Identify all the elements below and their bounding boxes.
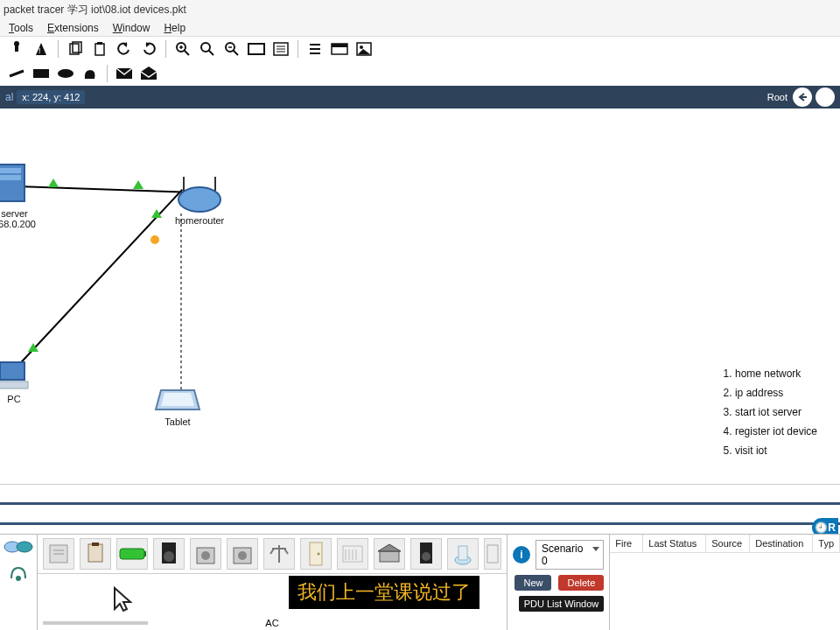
palette-item[interactable] — [190, 538, 221, 570]
note-item: 1. home network — [724, 364, 817, 383]
svg-marker-31 — [358, 49, 370, 54]
note-item: 2. ip address — [724, 383, 817, 402]
svg-rect-68 — [310, 542, 322, 565]
col-source[interactable]: Source — [706, 535, 750, 553]
svg-point-34 — [58, 69, 74, 78]
palette-item[interactable] — [43, 538, 74, 570]
pdu-list-button[interactable]: PDU List Window — [519, 596, 605, 612]
svg-text:!: ! — [38, 46, 41, 55]
menu-window[interactable]: Window — [113, 22, 150, 34]
col-last-status[interactable]: Last Status — [643, 535, 706, 553]
draw-toolbar — [0, 61, 840, 86]
palette-selected-label: AC — [265, 618, 278, 628]
svg-rect-56 — [120, 549, 144, 559]
redo-icon[interactable] — [139, 39, 158, 59]
palette-item[interactable] — [227, 538, 258, 570]
svg-point-1 — [14, 41, 19, 46]
device-pc[interactable]: PC — [0, 359, 33, 404]
image-icon[interactable] — [354, 39, 374, 59]
svg-marker-76 — [378, 544, 401, 551]
router-name: homerouter — [175, 215, 224, 226]
pdu-table: Fire Last Status Source Destination Typ — [609, 535, 840, 630]
tablet-name: Tablet — [154, 416, 201, 427]
svg-rect-45 — [0, 382, 28, 388]
palette-item[interactable] — [447, 538, 479, 570]
note-item: 4. register iot device — [724, 422, 817, 441]
envelope-open-icon[interactable] — [139, 64, 158, 83]
palette-item[interactable] — [337, 538, 368, 570]
title-bar: packet tracer 学习 iot\08.iot devices.pkt — [0, 0, 840, 19]
svg-point-69 — [318, 553, 320, 556]
svg-marker-82 — [115, 588, 130, 611]
envelope-closed-icon[interactable] — [115, 64, 134, 83]
col-fire[interactable]: Fire — [610, 535, 643, 553]
menu-extensions[interactable]: Extensions — [47, 22, 99, 34]
svg-rect-75 — [380, 551, 399, 562]
pdu-table-header: Fire Last Status Source Destination Typ — [610, 535, 840, 553]
canvas-status-bar: al x: 224, y: 412 Root — [0, 86, 840, 108]
server-ip: 168.0.200 — [0, 219, 36, 229]
nav-back-icon[interactable] — [793, 88, 812, 107]
line-tool-icon[interactable] — [7, 64, 26, 83]
svg-rect-33 — [33, 69, 49, 78]
device-tablet[interactable]: Tablet — [154, 383, 201, 427]
rect-tool-icon[interactable] — [32, 64, 51, 83]
pc-name: PC — [0, 394, 33, 404]
menu-tools[interactable]: Tools — [9, 22, 33, 34]
root-label[interactable]: Root — [767, 92, 788, 102]
panel-divider[interactable] — [0, 502, 840, 525]
col-type[interactable]: Typ — [813, 535, 840, 553]
zoom-in-icon[interactable] — [173, 39, 192, 59]
canvas-notes: 1. home network 2. ip address 3. start i… — [724, 364, 817, 460]
paste-icon[interactable] — [90, 39, 109, 59]
panel-icon[interactable] — [330, 39, 349, 59]
svg-rect-7 — [97, 42, 102, 45]
zoom-reset-icon[interactable] — [198, 39, 217, 59]
zoom-out-icon[interactable] — [222, 39, 242, 59]
svg-point-41 — [178, 187, 220, 212]
rect-icon[interactable] — [247, 39, 266, 59]
palette-item[interactable] — [263, 538, 295, 570]
scenario-select[interactable]: Scenario 0 — [536, 540, 604, 570]
nav-fwd-icon[interactable] — [816, 88, 835, 107]
tool-icon[interactable]: ! — [32, 39, 51, 59]
palette-item[interactable] — [80, 538, 111, 570]
svg-line-17 — [233, 50, 238, 55]
svg-rect-55 — [92, 542, 99, 546]
server-name: server — [0, 208, 36, 219]
device-category-icon[interactable] — [4, 538, 33, 556]
svg-point-59 — [164, 551, 174, 562]
palette-item[interactable] — [300, 538, 332, 570]
freeform-tool-icon[interactable] — [80, 64, 100, 83]
topology-canvas[interactable]: server 168.0.200 homerouter PC Tablet 1.… — [0, 108, 840, 485]
svg-rect-19 — [248, 44, 264, 54]
ellipse-tool-icon[interactable] — [56, 64, 75, 83]
device-router[interactable]: homerouter — [175, 172, 224, 226]
scenario-panel: i Scenario 0 New Delete PDU List Window — [507, 535, 609, 630]
tool-icon[interactable] — [7, 39, 26, 59]
menu-bar: Tools Extensions Window Help — [0, 19, 840, 37]
device-category-icon[interactable] — [8, 563, 29, 584]
svg-rect-40 — [0, 175, 21, 180]
note-item: 3. start iot server — [724, 402, 817, 422]
list-icon[interactable] — [305, 39, 325, 59]
svg-rect-6 — [95, 44, 104, 55]
col-destination[interactable]: Destination — [750, 535, 813, 553]
info-icon[interactable]: i — [513, 546, 530, 564]
palette-item[interactable] — [484, 538, 501, 570]
palette-item[interactable] — [410, 538, 442, 570]
main-toolbar: ! — [0, 37, 840, 61]
svg-point-49 — [17, 542, 32, 552]
undo-icon[interactable] — [115, 39, 134, 59]
palette-item[interactable] — [116, 538, 148, 570]
note-icon[interactable] — [271, 39, 290, 59]
new-button[interactable]: New — [514, 575, 551, 591]
delete-button[interactable]: Delete — [558, 575, 604, 591]
menu-help[interactable]: Help — [164, 22, 186, 34]
svg-point-30 — [360, 46, 363, 49]
device-server[interactable]: server 168.0.200 — [0, 161, 36, 229]
svg-point-63 — [238, 551, 247, 560]
palette-item[interactable] — [153, 538, 185, 570]
palette-item[interactable] — [374, 538, 405, 570]
copy-icon[interactable] — [66, 39, 85, 59]
